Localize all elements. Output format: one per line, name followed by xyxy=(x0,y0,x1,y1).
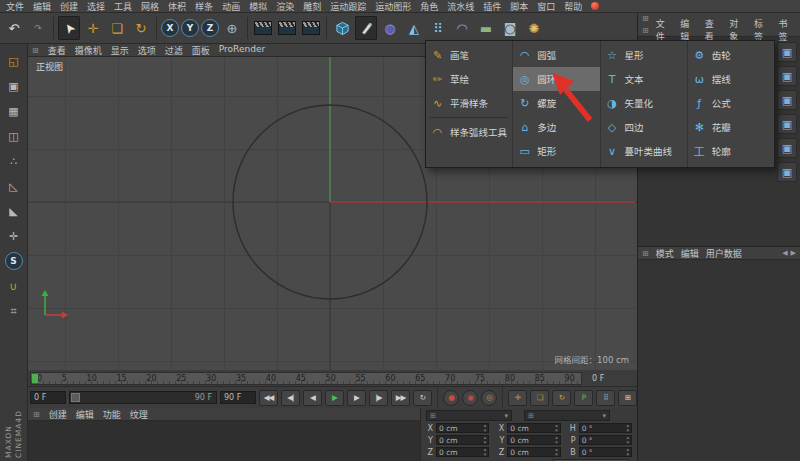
render-view-button[interactable] xyxy=(252,16,274,40)
viewport-menu-item-2[interactable]: 显示 xyxy=(111,44,129,57)
coordinate-field-y[interactable]: 0 cm▴▾ xyxy=(436,435,489,445)
spinner-icon[interactable]: ▴▾ xyxy=(484,447,487,457)
viewport-menu-item-5[interactable]: 面板 xyxy=(192,44,210,57)
go-to-start-button[interactable]: ◀◀ xyxy=(259,390,278,406)
menubar-item-1[interactable]: 编辑 xyxy=(33,0,51,13)
undo-icon[interactable]: ↶ xyxy=(3,16,25,40)
coordinate-field-p[interactable]: 0 °▴▾ xyxy=(579,435,632,445)
menubar-item-12[interactable]: 运动跟踪 xyxy=(330,0,366,13)
coordinate-field-h[interactable]: 0 °▴▾ xyxy=(579,423,632,433)
autokey-button[interactable]: ◉ xyxy=(462,390,478,406)
menu-item-four-side[interactable]: ◇四边 xyxy=(601,115,687,139)
menu-item-cogwheel[interactable]: ⚙齿轮 xyxy=(688,43,774,67)
material-manager-menu-item-2[interactable]: 功能 xyxy=(103,408,121,421)
palette-cube-icon-2[interactable]: ▣ xyxy=(777,66,797,86)
array-generator-button[interactable]: ⠿ xyxy=(427,16,449,40)
scale-tool[interactable]: ❏ xyxy=(106,16,128,40)
material-list-area[interactable] xyxy=(28,421,420,461)
palette-cube-icon-3[interactable]: ▣ xyxy=(777,90,797,110)
live-selection-tool[interactable]: ➤ xyxy=(58,16,80,40)
enable-snap-icon[interactable]: ∪ xyxy=(5,277,23,295)
points-mode-icon[interactable]: ∴ xyxy=(5,152,23,170)
next-key-button[interactable]: |▶ xyxy=(369,390,388,406)
material-manager-menu-item-0[interactable]: 创建 xyxy=(49,408,67,421)
menu-item-spline-smooth[interactable]: ∿平滑样条 xyxy=(426,91,512,115)
menubar-item-3[interactable]: 选择 xyxy=(87,0,105,13)
nav-back-icon[interactable]: ◀ xyxy=(782,249,787,257)
frame-range-slider[interactable]: 90 F xyxy=(69,391,217,404)
texture-mode-icon[interactable]: ▦ xyxy=(5,102,23,120)
menu-item-star[interactable]: ☆星形 xyxy=(601,43,687,67)
viewport-menu-item-6[interactable]: ProRender xyxy=(219,44,265,57)
menu-item-spline-arc-tool[interactable]: ◠样条弧线工具 xyxy=(426,120,512,144)
menubar-item-4[interactable]: 工具 xyxy=(114,0,132,13)
material-manager-menu-item-3[interactable]: 纹理 xyxy=(130,408,148,421)
spinner-icon[interactable]: ▴▾ xyxy=(555,435,558,445)
x-axis-lock-button[interactable]: X xyxy=(161,19,179,37)
menu-item-arc[interactable]: ◠圆弧 xyxy=(513,43,599,67)
y-axis-lock-button[interactable]: Y xyxy=(181,19,199,37)
previous-frame-button[interactable]: ◀ xyxy=(303,390,322,406)
spinner-icon[interactable]: ▴▾ xyxy=(626,423,629,433)
keyframe-parameter-button[interactable]: P xyxy=(574,390,593,406)
range-slider-handle[interactable] xyxy=(71,393,80,402)
coordinate-field-x[interactable]: 0 cm▴▾ xyxy=(507,423,560,433)
menu-item-vectorizer[interactable]: ◑矢量化 xyxy=(601,91,687,115)
coordinate-field-x[interactable]: 0 cm▴▾ xyxy=(436,423,489,433)
palette-cube-icon-6[interactable]: ▣ xyxy=(777,162,797,182)
light-button[interactable]: ✺ xyxy=(523,16,545,40)
go-to-end-button[interactable]: ▶▶ xyxy=(391,390,410,406)
add-cube-object-button[interactable] xyxy=(331,16,353,40)
panel-grip-icon[interactable]: ⊞ xyxy=(642,26,649,35)
menubar-item-16[interactable]: 插件 xyxy=(483,0,501,13)
keyframe-scale-button[interactable]: ❏ xyxy=(530,390,549,406)
menu-item-pen[interactable]: ✎画笔 xyxy=(426,43,512,67)
next-frame-button[interactable]: ▶ xyxy=(347,390,366,406)
lock-workplane-icon[interactable]: ⌗ xyxy=(5,302,23,320)
coordinate-field-y[interactable]: 0 cm▴▾ xyxy=(507,435,560,445)
position-dropdown[interactable]: ⊞ ▾ xyxy=(426,410,512,421)
panel-grip-icon[interactable]: ⊞ xyxy=(33,410,40,419)
coordinate-field-z[interactable]: 0 cm▴▾ xyxy=(436,447,489,457)
menu-item-cissoid[interactable]: ∨蔓叶类曲线 xyxy=(601,139,687,163)
current-frame-marker[interactable] xyxy=(32,374,38,383)
spinner-icon[interactable]: ▴▾ xyxy=(484,435,487,445)
floor-environment-button[interactable]: ▬ xyxy=(475,16,497,40)
panel-grip-icon[interactable]: ⊞ xyxy=(642,14,649,23)
menubar-item-8[interactable]: 动画 xyxy=(222,0,240,13)
render-settings-button[interactable] xyxy=(300,16,322,40)
attribute-manager-menu-item-2[interactable]: 用户数据 xyxy=(706,247,742,260)
spinner-icon[interactable]: ▴▾ xyxy=(555,447,558,457)
keyframe-position-button[interactable]: ✛ xyxy=(508,390,527,406)
palette-cube-icon-4[interactable]: ▣ xyxy=(777,114,797,134)
coordinate-field-b[interactable]: 0 °▴▾ xyxy=(579,447,632,457)
attribute-manager-menu-item-0[interactable]: 模式 xyxy=(656,247,674,260)
menubar-item-7[interactable]: 样条 xyxy=(195,0,213,13)
menu-item-flower[interactable]: ✻花瓣 xyxy=(688,115,774,139)
model-mode-icon[interactable]: ▣ xyxy=(5,77,23,95)
menu-item-profile[interactable]: 工轮廓 xyxy=(688,139,774,163)
enable-axis-icon[interactable]: ✛ xyxy=(5,227,23,245)
spinner-icon[interactable]: ▴▾ xyxy=(555,423,558,433)
timeline-panel-button[interactable]: ⊞ xyxy=(618,390,637,406)
end-frame-field[interactable]: 90 F xyxy=(220,391,256,404)
spinner-icon[interactable]: ▴▾ xyxy=(626,447,629,457)
viewport-menu-item-4[interactable]: 过滤 xyxy=(165,44,183,57)
viewport-menu-item-1[interactable]: 摄像机 xyxy=(75,44,102,57)
panel-grip-icon[interactable]: ⊞ xyxy=(32,46,39,55)
redo-icon[interactable]: ↷ xyxy=(27,16,49,40)
workplane-mode-icon[interactable]: ◫ xyxy=(5,127,23,145)
play-button[interactable]: ▶ xyxy=(325,390,344,406)
size-dropdown[interactable]: ⊞ ▾ xyxy=(524,410,610,421)
menubar-item-10[interactable]: 渲染 xyxy=(276,0,294,13)
make-editable-icon[interactable]: ◱ xyxy=(5,52,23,70)
palette-cube-icon-5[interactable]: ▣ xyxy=(777,138,797,158)
menu-item-cycloid[interactable]: ω摆线 xyxy=(688,67,774,91)
menubar-item-9[interactable]: 模拟 xyxy=(249,0,267,13)
coordinate-system-button[interactable]: ⊕ xyxy=(221,16,243,40)
keyframe-grid-button[interactable]: ⠿ xyxy=(596,390,615,406)
object-manager-menu-item-5[interactable]: 书签 xyxy=(778,17,796,43)
panel-grip-icon[interactable]: ⊞ xyxy=(642,249,649,258)
pen-spline-button[interactable] xyxy=(355,16,377,40)
current-frame-field[interactable]: 0 F xyxy=(30,391,66,404)
